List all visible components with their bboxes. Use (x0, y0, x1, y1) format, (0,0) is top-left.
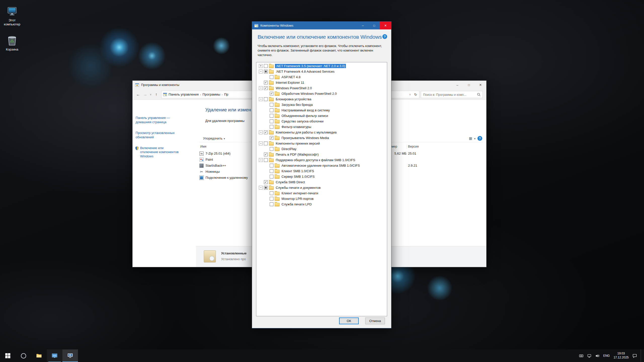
feature-row[interactable]: Обработчик Windows PowerShell 2.0 (256, 91, 387, 96)
column-name[interactable]: Имя (200, 145, 206, 148)
close-button[interactable] (475, 81, 486, 89)
feature-checkbox-unchecked[interactable] (270, 197, 273, 201)
feature-checkbox-unchecked[interactable] (270, 75, 273, 79)
chevron-down-icon[interactable] (474, 136, 475, 141)
refresh-button[interactable] (412, 91, 419, 98)
search-input[interactable] (423, 91, 475, 98)
feature-row[interactable]: Служба SMB Direct (256, 179, 387, 185)
taskbar-control-panel-button[interactable] (62, 349, 78, 362)
feature-checkbox-unchecked[interactable] (270, 164, 273, 167)
collapse-icon[interactable]: − (259, 130, 263, 134)
feature-checkbox-checked[interactable] (270, 136, 273, 140)
feature-checkbox-unchecked[interactable] (270, 103, 273, 107)
action-center-icon[interactable] (632, 353, 637, 358)
back-button[interactable] (135, 91, 142, 98)
ok-button[interactable]: ОК (339, 318, 359, 324)
sidebar-item-windows-features[interactable]: Включение или отключение компонентов Win… (136, 146, 182, 159)
feature-row[interactable]: Настраиваемый вход в систему (256, 107, 387, 113)
breadcrumb-item[interactable]: Панель управления (167, 93, 200, 96)
feature-row[interactable]: Печать в PDF (Майкрософт) (256, 152, 387, 157)
search-button[interactable] (16, 349, 31, 362)
feature-row[interactable]: −Windows PowerShell 2.0 (256, 85, 387, 91)
feature-row[interactable]: Клиент интернет-печати (256, 190, 387, 196)
collapse-icon[interactable]: − (259, 70, 263, 73)
history-dropdown-icon[interactable] (149, 91, 153, 98)
feature-row[interactable]: Монитор LPR-портов (256, 196, 387, 201)
collapse-icon[interactable]: − (259, 97, 263, 101)
feature-row[interactable]: −Компоненты прежних версий (256, 141, 387, 146)
collapse-icon[interactable]: − (259, 142, 263, 145)
desktop-icon-recycle-bin[interactable]: Корзина (0, 35, 24, 52)
language-indicator[interactable]: ENG (603, 354, 610, 357)
taskbar-app-button[interactable] (47, 349, 62, 362)
maximize-button[interactable] (463, 81, 475, 89)
network-icon[interactable] (587, 354, 591, 358)
close-button[interactable] (380, 22, 391, 29)
minimize-button[interactable] (357, 22, 369, 29)
feature-row[interactable]: Автоматическое удаление протокола SMB 1.… (256, 163, 387, 168)
sidebar-item-installed-updates[interactable]: Просмотр установленных обновлений (136, 131, 182, 140)
feature-checkbox-unchecked[interactable] (270, 125, 273, 129)
feature-checkbox-unchecked[interactable] (264, 97, 268, 101)
feature-row[interactable]: Служба печати LPD (256, 201, 387, 207)
help-icon[interactable]: ? (477, 136, 482, 141)
feature-checkbox-checked[interactable] (264, 81, 268, 84)
collapse-icon[interactable]: − (259, 86, 263, 90)
feature-row[interactable]: −Компоненты для работы с мультимедиа (256, 129, 387, 135)
feature-checkbox-partial[interactable] (264, 186, 268, 190)
collapse-icon[interactable]: − (259, 186, 263, 190)
clock[interactable]: 19:03 17.12.2025 (614, 352, 629, 359)
feature-checkbox-unchecked[interactable] (270, 147, 273, 151)
expand-icon[interactable]: + (259, 64, 263, 68)
feature-checkbox-unchecked[interactable] (270, 191, 273, 195)
feature-row[interactable]: −.NET Framework 4.8 Advanced Services (256, 69, 387, 74)
up-button[interactable] (153, 91, 160, 98)
collapse-icon[interactable]: − (259, 158, 263, 162)
feature-checkbox-checked[interactable] (264, 130, 268, 134)
dialog-titlebar[interactable]: Компоненты Windows (252, 22, 391, 29)
feature-row[interactable]: −Поддержка общего доступа к файлам SMB 1… (256, 157, 387, 163)
feature-row[interactable]: −Службы печати и документов (256, 185, 387, 190)
search-box[interactable] (421, 91, 483, 98)
organize-button[interactable]: Упорядочить (201, 136, 227, 141)
feature-row[interactable]: Internet Explorer 11 (256, 80, 387, 85)
feature-row[interactable]: Объединенный фильтр записи (256, 113, 387, 118)
feature-checkbox-checked[interactable] (264, 180, 268, 184)
show-desktop-strip[interactable] (641, 349, 643, 362)
feature-row[interactable]: Фильтр клавиатуры (256, 124, 387, 129)
taskbar-file-explorer-button[interactable] (31, 349, 47, 362)
feature-row[interactable]: Клиент SMB 1.0/CIFS (256, 168, 387, 174)
maximize-button[interactable] (369, 22, 380, 29)
column-version[interactable]: Версия (408, 145, 419, 148)
feature-row[interactable]: DirectPlay (256, 146, 387, 152)
feature-checkbox-unchecked[interactable] (270, 114, 273, 118)
desktop-icon-this-pc[interactable]: Этот компьютер (0, 6, 24, 26)
feature-row[interactable]: +.NET Framework 3.5 (включает .NET 2.0 и… (256, 63, 387, 69)
minimize-button[interactable] (452, 81, 463, 89)
feature-row[interactable]: Загрузка без бренда (256, 102, 387, 107)
volume-icon[interactable] (595, 354, 599, 358)
feature-row[interactable]: Сервер SMB 1.0/CIFS (256, 174, 387, 179)
feature-row[interactable]: −Блокировка устройства (256, 96, 387, 102)
start-button[interactable] (0, 349, 16, 362)
touch-keyboard-icon[interactable] (579, 354, 583, 358)
feature-checkbox-unchecked[interactable] (270, 169, 273, 173)
feature-checkbox-unchecked[interactable] (264, 142, 268, 145)
address-dropdown-icon[interactable] (408, 91, 412, 98)
sidebar-item-control-panel-home[interactable]: Панель управления — домашняя страница (136, 116, 182, 124)
feature-checkbox-unchecked[interactable] (270, 175, 273, 178)
feature-checkbox-partial[interactable] (264, 70, 268, 73)
feature-row[interactable]: Проигрыватель Windows Media (256, 135, 387, 141)
cancel-button[interactable]: Отмена (365, 318, 385, 324)
feature-checkbox-unchecked[interactable] (264, 64, 268, 68)
view-options-icon[interactable] (469, 136, 472, 141)
feature-checkbox-checked[interactable] (264, 153, 268, 156)
feature-checkbox-unchecked[interactable] (270, 108, 273, 112)
forward-button[interactable] (142, 91, 149, 98)
help-icon[interactable]: ? (382, 34, 387, 39)
feature-checkbox-unchecked[interactable] (264, 158, 268, 162)
breadcrumb-item[interactable]: Программы (201, 93, 222, 96)
feature-row[interactable]: ASP.NET 4.8 (256, 74, 387, 80)
breadcrumb-item[interactable]: Пр (223, 93, 230, 96)
feature-checkbox-unchecked[interactable] (270, 119, 273, 123)
